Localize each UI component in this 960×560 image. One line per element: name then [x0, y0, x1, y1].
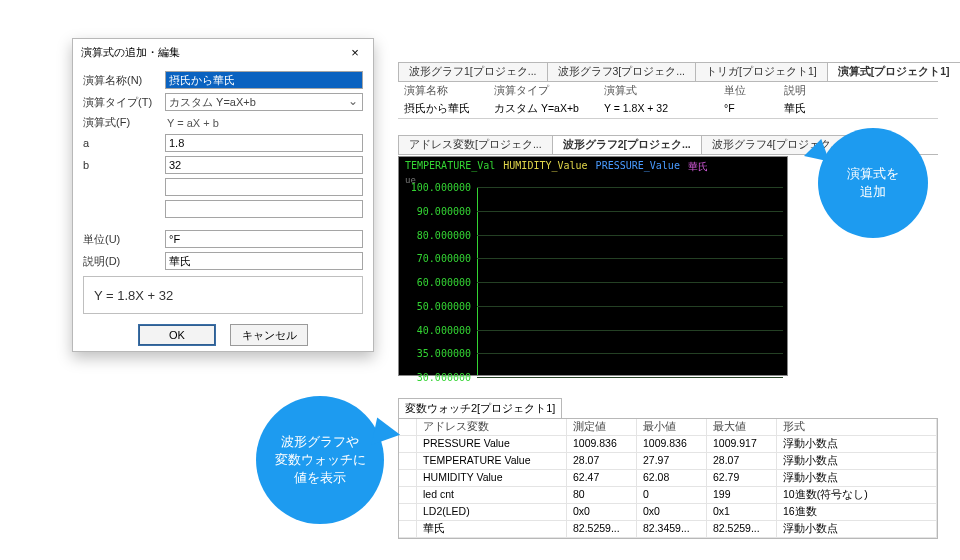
callout-show-text: 波形グラフや変数ウォッチに値を表示 [275, 433, 366, 488]
a-input[interactable] [165, 134, 363, 152]
watch-cell-min: 0x0 [637, 504, 707, 520]
y-tick-label: 60.000000 [417, 277, 471, 288]
callout-show-values: 波形グラフや変数ウォッチに値を表示 [256, 396, 384, 524]
calc-r-formula: Y = 1.8X + 32 [598, 100, 718, 118]
watch-cell-val: 28.07 [567, 453, 637, 469]
watch-table: アドレス変数 測定値 最小値 最大値 形式 PRESSURE Value1009… [398, 418, 938, 539]
calc-table-row[interactable]: 摂氏から華氏 カスタム Y=aX+b Y = 1.8X + 32 °F 華氏 [398, 100, 938, 118]
calc-h-name: 演算名称 [398, 82, 488, 100]
watch-cell [399, 470, 417, 486]
watch-cell-name: PRESSURE Value [417, 436, 567, 452]
watch-h-var: アドレス変数 [417, 419, 567, 435]
top-tab-strip: 波形グラフ1[プロジェク...波形グラフ3[プロジェク...トリガ[プロジェクト… [398, 62, 938, 82]
mid-tab[interactable]: アドレス変数[プロジェク... [398, 135, 553, 154]
watch-cell-fmt: 10進数(符号なし) [777, 487, 937, 503]
desc-input[interactable] [165, 252, 363, 270]
watch-cell-max: 82.5259... [707, 521, 777, 537]
watch-cell-val: 80 [567, 487, 637, 503]
watch-row[interactable]: TEMPERATURE Value28.0727.9728.07浮動小数点 [399, 453, 937, 470]
watch-cell-name: led cnt [417, 487, 567, 503]
watch-row[interactable]: LD2(LED)0x00x00x116進数 [399, 504, 937, 521]
label-a: a [83, 137, 159, 149]
y-tick-label: 70.000000 [417, 253, 471, 264]
label-b: b [83, 159, 159, 171]
watch-cell-val: 0x0 [567, 504, 637, 520]
grid-hline [477, 306, 783, 307]
watch-title: 変数ウォッチ2[プロジェクト1] [398, 398, 562, 418]
top-tab[interactable]: トリガ[プロジェクト1] [695, 62, 828, 81]
unit-input[interactable] [165, 230, 363, 248]
y-tick-label: 100.000000 [411, 182, 471, 193]
watch-cell-fmt: 浮動小数点 [777, 521, 937, 537]
watch-cell-fmt: 浮動小数点 [777, 436, 937, 452]
watch-cell [399, 521, 417, 537]
type-select-value: カスタム Y=aX+b [169, 95, 256, 110]
callout-add-text: 演算式を追加 [847, 165, 899, 201]
y-tick-label: 40.000000 [417, 324, 471, 335]
label-unit: 単位(U) [83, 232, 159, 247]
grid-hline [477, 330, 783, 331]
watch-cell-min: 27.97 [637, 453, 707, 469]
grid-hline [477, 258, 783, 259]
watch-row[interactable]: PRESSURE Value1009.8361009.8361009.917浮動… [399, 436, 937, 453]
watch-row[interactable]: led cnt80019910進数(符号なし) [399, 487, 937, 504]
ok-button[interactable]: OK [138, 324, 216, 346]
top-tab[interactable]: 演算式[プロジェクト1] [827, 62, 960, 81]
watch-cell [399, 504, 417, 520]
watch-cell-min: 62.08 [637, 470, 707, 486]
watch-cell-min: 0 [637, 487, 707, 503]
dialog-title: 演算式の追加・編集 [81, 45, 180, 60]
blank-input-2[interactable] [165, 200, 363, 218]
top-tab[interactable]: 波形グラフ3[プロジェク... [547, 62, 697, 81]
y-tick-label: 80.000000 [417, 229, 471, 240]
callout-add-formula: 演算式を追加 [818, 128, 928, 238]
close-icon[interactable]: × [343, 43, 367, 61]
watch-cell-name: LD2(LED) [417, 504, 567, 520]
grid-hline [477, 211, 783, 212]
legend-pressure: PRESSURE_Value [596, 160, 680, 174]
watch-header-row: アドレス変数 測定値 最小値 最大値 形式 [399, 419, 937, 436]
legend-temperature: TEMPERATURE_Val [405, 160, 495, 174]
calc-r-unit: °F [718, 100, 778, 118]
watch-cell-name: 華氏 [417, 521, 567, 537]
y-tick-label: 35.000000 [417, 348, 471, 359]
variable-watch: 変数ウォッチ2[プロジェクト1] アドレス変数 測定値 最小値 最大値 形式 P… [398, 398, 938, 539]
calc-h-unit: 単位 [718, 82, 778, 100]
calc-r-type: カスタム Y=aX+b [488, 100, 598, 118]
blank-input-1[interactable] [165, 178, 363, 196]
watch-row[interactable]: 華氏82.5259...82.3459...82.5259...浮動小数点 [399, 521, 937, 538]
calc-h-formula: 演算式 [598, 82, 718, 100]
watch-cell-val: 62.47 [567, 470, 637, 486]
calc-r-desc: 華氏 [778, 100, 938, 118]
mid-tab[interactable]: 波形グラフ2[プロジェク... [552, 135, 702, 154]
graph-y-axis [477, 187, 478, 375]
watch-row[interactable]: HUMIDITY Value62.4762.0862.79浮動小数点 [399, 470, 937, 487]
cancel-button[interactable]: キャンセル [230, 324, 308, 346]
watch-cell [399, 487, 417, 503]
b-input[interactable] [165, 156, 363, 174]
calc-h-type: 演算タイプ [488, 82, 598, 100]
top-tab[interactable]: 波形グラフ1[プロジェク... [398, 62, 548, 81]
watch-cell-val: 1009.836 [567, 436, 637, 452]
watch-h-min: 最小値 [637, 419, 707, 435]
top-tab-area: 波形グラフ1[プロジェク...波形グラフ3[プロジェク...トリガ[プロジェクト… [398, 62, 938, 119]
watch-cell-max: 28.07 [707, 453, 777, 469]
watch-cell-fmt: 浮動小数点 [777, 470, 937, 486]
watch-cell-name: HUMIDITY Value [417, 470, 567, 486]
grid-hline [477, 235, 783, 236]
grid-hline [477, 282, 783, 283]
watch-cell-max: 62.79 [707, 470, 777, 486]
watch-cell-name: TEMPERATURE Value [417, 453, 567, 469]
watch-cell-val: 82.5259... [567, 521, 637, 537]
formula-text: Y = aX + b [165, 117, 219, 129]
label-type: 演算タイプ(T) [83, 95, 159, 110]
type-select[interactable]: カスタム Y=aX+b [165, 93, 363, 111]
grid-hline [477, 377, 783, 378]
watch-cell-max: 0x1 [707, 504, 777, 520]
graph-legend: TEMPERATURE_Val HUMIDITY_Value PRESSURE_… [399, 157, 787, 177]
waveform-graph[interactable]: TEMPERATURE_Val HUMIDITY_Value PRESSURE_… [398, 156, 788, 376]
watch-h-max: 最大値 [707, 419, 777, 435]
name-input[interactable] [165, 71, 363, 89]
calc-h-desc: 説明 [778, 82, 938, 100]
watch-cell-max: 1009.917 [707, 436, 777, 452]
